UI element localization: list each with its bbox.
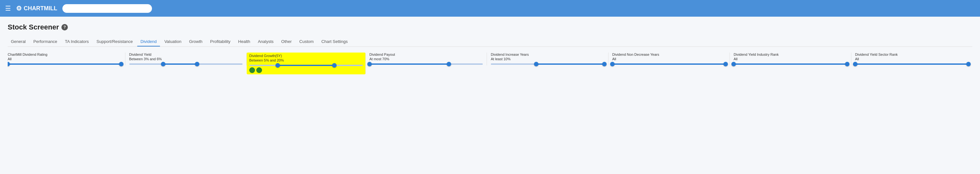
filter-value-dividend-non-decrease-years: All — [612, 57, 726, 61]
slider-thumb-1-dividend-increase-years[interactable] — [602, 62, 607, 66]
filter-value-dividend-payout: At most 70% — [369, 57, 483, 61]
slider-thumb-1-dividend-yield-sector-rank[interactable] — [966, 62, 971, 66]
filter-value-chartmill-dividend-rating: All — [8, 57, 121, 61]
slider-fill-dividend-payout — [369, 64, 449, 65]
filter-label-dividend-yield-sector-rank: Dividend Yield Sector Rank — [855, 53, 969, 56]
slider-track-dividend-yield-industry-rank[interactable] — [733, 64, 847, 65]
tab-profitability[interactable]: Profitability — [207, 37, 234, 46]
tab-health[interactable]: Health — [235, 37, 253, 46]
green-circles-dividend-growth-5y — [249, 67, 363, 73]
tab-other[interactable]: Other — [278, 37, 295, 46]
slider-track-dividend-growth-5y[interactable] — [249, 65, 363, 66]
slider-thumb-0-dividend-growth-5y[interactable] — [275, 63, 280, 68]
tab-dividend[interactable]: Dividend — [137, 37, 160, 46]
slider-thumb-0-chartmill-dividend-rating[interactable] — [8, 62, 10, 66]
slider-track-dividend-non-decrease-years[interactable] — [612, 64, 726, 65]
filter-chartmill-dividend-rating: ChartMill Dividend RatingAll — [8, 53, 126, 65]
filter-dividend-non-decrease-years: Dividend Non Decrease YearsAll — [609, 53, 730, 65]
tab-analysts[interactable]: Analysts — [255, 37, 277, 46]
tab-valuation[interactable]: Valuation — [161, 37, 185, 46]
slider-track-chartmill-dividend-rating[interactable] — [8, 64, 121, 65]
slider-track-dividend-payout[interactable] — [369, 64, 483, 65]
slider-thumb-1-dividend-non-decrease-years[interactable] — [724, 62, 728, 66]
filter-label-dividend-payout: Dividend Payout — [369, 53, 483, 56]
logo: ⚙ CHARTMILL — [16, 5, 57, 12]
slider-thumb-1-dividend-yield-industry-rank[interactable] — [845, 62, 850, 66]
slider-track-dividend-increase-years[interactable] — [491, 64, 605, 65]
slider-fill-dividend-yield — [163, 64, 197, 65]
page-title: Stock Screener — [8, 23, 59, 31]
filter-dividend-yield: Dividend YieldBetween 3% and 6% — [126, 53, 247, 65]
search-input[interactable] — [62, 4, 152, 13]
tab-chart-settings[interactable]: Chart Settings — [318, 37, 351, 46]
filter-value-dividend-yield-sector-rank: All — [855, 57, 969, 61]
slider-track-dividend-yield[interactable] — [129, 64, 243, 65]
filter-label-dividend-growth-5y: Dividend Growth(5Y) — [249, 54, 363, 57]
page-title-container: Stock Screener ? — [8, 23, 972, 31]
slider-thumb-0-dividend-payout[interactable] — [367, 62, 372, 66]
slider-fill-dividend-growth-5y — [278, 65, 334, 66]
filter-label-chartmill-dividend-rating: ChartMill Dividend Rating — [8, 53, 121, 56]
tab-custom[interactable]: Custom — [296, 37, 317, 46]
help-button[interactable]: ? — [61, 24, 68, 30]
tab-support-resistance[interactable]: Support/Resistance — [94, 37, 136, 46]
slider-thumb-0-dividend-yield-industry-rank[interactable] — [732, 62, 736, 66]
slider-thumb-1-dividend-yield[interactable] — [195, 62, 199, 66]
filter-value-dividend-growth-5y: Between 5% and 20% — [249, 58, 363, 62]
tab-growth[interactable]: Growth — [186, 37, 206, 46]
filter-dividend-increase-years: Dividend Increase YearsAt least 10% — [487, 53, 609, 65]
filter-value-dividend-increase-years: At least 10% — [491, 57, 605, 61]
tab-general[interactable]: General — [8, 37, 29, 46]
filter-dividend-yield-sector-rank: Dividend Yield Sector RankAll — [851, 53, 973, 65]
slider-thumb-1-dividend-payout[interactable] — [447, 62, 451, 66]
tab-ta-indicators[interactable]: TA Indicators — [62, 37, 92, 46]
green-circle-1 — [256, 67, 262, 73]
filter-value-dividend-yield-industry-rank: All — [733, 57, 847, 61]
slider-thumb-0-dividend-increase-years[interactable] — [534, 62, 538, 66]
slider-thumb-0-dividend-yield[interactable] — [161, 62, 165, 66]
tab-performance[interactable]: Performance — [30, 37, 60, 46]
filter-dividend-payout: Dividend PayoutAt most 70% — [366, 53, 487, 65]
filter-dividend-growth-5y: Dividend Growth(5Y)Between 5% and 20% — [247, 53, 366, 74]
hamburger-menu[interactable]: ☰ — [5, 5, 11, 12]
slider-track-dividend-yield-sector-rank[interactable] — [855, 64, 969, 65]
filter-label-dividend-non-decrease-years: Dividend Non Decrease Years — [612, 53, 726, 56]
slider-thumb-1-dividend-growth-5y[interactable] — [332, 63, 337, 68]
logo-text: CHARTMILL — [24, 5, 57, 12]
slider-fill-dividend-yield-industry-rank — [733, 64, 847, 65]
filter-label-dividend-yield-industry-rank: Dividend Yield Industry Rank — [733, 53, 847, 56]
top-navigation: ☰ ⚙ CHARTMILL — [0, 0, 980, 17]
tab-bar: GeneralPerformanceTA IndicatorsSupport/R… — [8, 37, 972, 47]
slider-thumb-0-dividend-non-decrease-years[interactable] — [610, 62, 615, 66]
filter-value-dividend-yield: Between 3% and 6% — [129, 57, 243, 61]
filters-row: ChartMill Dividend RatingAllDividend Yie… — [8, 53, 972, 78]
filter-label-dividend-yield: Dividend Yield — [129, 53, 243, 56]
gear-icon: ⚙ — [16, 5, 22, 12]
slider-thumb-0-dividend-yield-sector-rank[interactable] — [853, 62, 858, 66]
page-content: Stock Screener ? GeneralPerformanceTA In… — [0, 17, 980, 81]
green-circle-0 — [249, 67, 255, 73]
slider-fill-chartmill-dividend-rating — [8, 64, 121, 65]
filter-label-dividend-increase-years: Dividend Increase Years — [491, 53, 605, 56]
slider-thumb-1-chartmill-dividend-rating[interactable] — [119, 62, 124, 66]
slider-fill-dividend-increase-years — [536, 64, 605, 65]
filter-dividend-yield-industry-rank: Dividend Yield Industry RankAll — [730, 53, 851, 65]
slider-fill-dividend-non-decrease-years — [612, 64, 726, 65]
slider-fill-dividend-yield-sector-rank — [855, 64, 969, 65]
